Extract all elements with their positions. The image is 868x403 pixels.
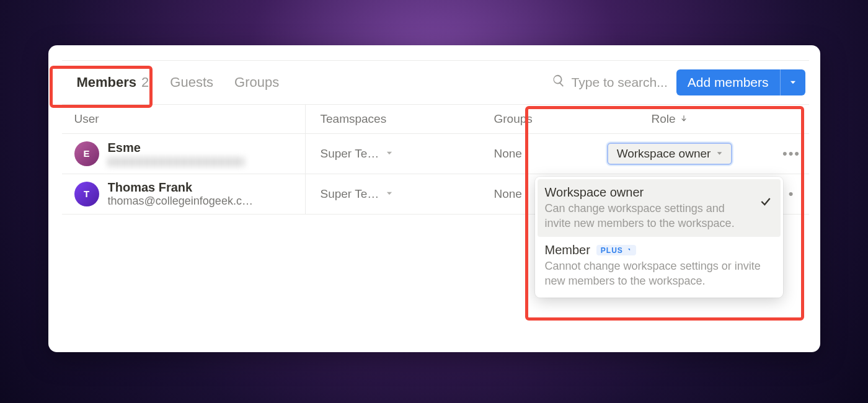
tab-label: Groups — [234, 74, 279, 91]
chevron-down-icon — [789, 75, 797, 90]
cell-groups: None — [494, 147, 565, 161]
add-members-button[interactable]: Add members — [676, 69, 805, 95]
search-icon — [552, 74, 565, 91]
table-row: E Esme Super Te… None Workspace owner ••… — [62, 134, 809, 174]
role-select[interactable]: Workspace owner — [607, 143, 733, 165]
role-option-title: Member — [545, 243, 590, 257]
sort-arrow-down-icon — [680, 112, 688, 126]
tabs: Members 2 Guests Groups — [62, 71, 282, 94]
chevron-down-icon — [385, 147, 394, 161]
user-name: Esme — [108, 141, 244, 155]
tab-guests[interactable]: Guests — [167, 71, 216, 94]
tab-groups[interactable]: Groups — [232, 71, 281, 94]
user-info: Thomas Frank thomas@collegeinfogeek.c… — [108, 180, 253, 208]
role-option-workspace-owner[interactable]: Workspace owner Can change workspace set… — [538, 179, 781, 237]
search-box[interactable]: Type to search... — [552, 74, 668, 91]
arrow-up-right-icon — [626, 246, 632, 255]
more-horizontal-icon: • — [789, 186, 795, 202]
cell-role: Workspace owner — [565, 143, 774, 165]
search-placeholder: Type to search... — [572, 75, 668, 90]
col-header-role[interactable]: Role — [565, 112, 774, 126]
col-header-teamspaces[interactable]: Teamspaces — [306, 112, 494, 126]
teamspace-value: Super Te… — [321, 187, 379, 201]
cell-user: E Esme — [62, 134, 306, 174]
role-option-member[interactable]: Member PLUS Cannot change workspace sett… — [538, 237, 781, 295]
chevron-down-icon — [385, 187, 394, 201]
tab-label: Members — [77, 74, 137, 91]
role-option-title: Workspace owner — [545, 185, 752, 200]
top-bar: Members 2 Guests Groups Type to search..… — [62, 61, 809, 105]
teamspace-value: Super Te… — [321, 147, 379, 161]
user-name: Thomas Frank — [108, 180, 253, 195]
col-header-role-label: Role — [651, 112, 675, 126]
cell-teamspace[interactable]: Super Te… — [306, 187, 494, 201]
add-members-dropdown-toggle[interactable] — [781, 75, 805, 90]
add-members-label: Add members — [676, 75, 780, 90]
plus-badge: PLUS — [596, 245, 636, 255]
user-email-redacted — [108, 157, 244, 167]
tab-label: Guests — [170, 74, 213, 91]
avatar: E — [74, 141, 99, 166]
cell-teamspace[interactable]: Super Te… — [306, 147, 494, 161]
col-header-groups[interactable]: Groups — [494, 112, 565, 126]
role-option-desc: Can change workspace settings and invite… — [545, 201, 752, 231]
role-option-desc: Cannot change workspace settings or invi… — [545, 259, 773, 289]
role-dropdown: Workspace owner Can change workspace set… — [535, 177, 783, 298]
user-email: thomas@collegeinfogeek.c… — [108, 195, 253, 208]
more-horizontal-icon: ••• — [782, 146, 800, 162]
plus-badge-label: PLUS — [601, 246, 623, 255]
avatar: T — [74, 182, 99, 206]
members-panel: Members 2 Guests Groups Type to search..… — [48, 45, 820, 352]
user-info: Esme — [108, 141, 244, 167]
cell-user: T Thomas Frank thomas@collegeinfogeek.c… — [62, 174, 306, 214]
table-header: User Teamspaces Groups Role — [62, 105, 809, 134]
chevron-down-icon — [715, 147, 724, 161]
row-actions-button[interactable]: ••• — [774, 146, 809, 162]
col-header-user[interactable]: User — [62, 105, 306, 133]
role-value: Workspace owner — [617, 147, 711, 161]
tab-members[interactable]: Members 2 — [74, 71, 152, 94]
checkmark-icon — [758, 195, 773, 208]
tab-count: 2 — [141, 74, 149, 91]
